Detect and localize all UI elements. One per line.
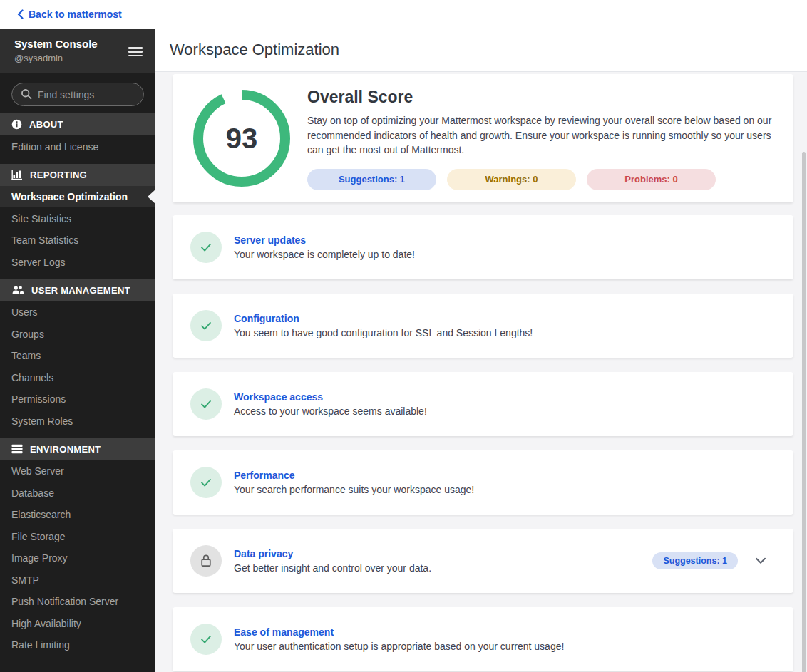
sidebar-item-label: Team Statistics xyxy=(11,234,78,246)
section-header-user-management: USER MANAGEMENT xyxy=(0,279,155,301)
menu-icon[interactable] xyxy=(128,47,143,56)
card-performance: PerformanceYour search performance suits… xyxy=(173,450,793,515)
sidebar-item-workspace-optimization[interactable]: Workspace Optimization xyxy=(0,186,155,208)
card-configuration: ConfigurationYou seem to have good confi… xyxy=(173,294,793,358)
section-label: REPORTING xyxy=(30,170,87,180)
sidebar-item-label: Permissions xyxy=(11,393,66,405)
sidebar-item-edition-and-license[interactable]: Edition and License xyxy=(0,135,155,157)
vertical-scrollbar[interactable] xyxy=(802,152,806,672)
score-value: 93 xyxy=(192,88,292,188)
card-title-link[interactable]: Performance xyxy=(234,470,474,481)
check-icon xyxy=(190,624,222,655)
sidebar-item-system-roles[interactable]: System Roles xyxy=(0,410,155,432)
sidebar-item-users[interactable]: Users xyxy=(0,301,155,324)
content-area: 93 Overall Score Stay on top of optimizi… xyxy=(155,72,807,672)
overall-score-description: Stay on top of optimizing your Mattermos… xyxy=(307,113,774,157)
back-chevron-icon xyxy=(17,9,24,19)
section-label: USER MANAGEMENT xyxy=(31,285,130,296)
card-description: Access to your workspace seems available… xyxy=(234,405,427,417)
sidebar-item-label: System Roles xyxy=(11,415,73,427)
section-header-reporting: REPORTING xyxy=(0,164,155,186)
sidebar-item-label: Rate Limiting xyxy=(11,639,70,651)
card-title-link[interactable]: Configuration xyxy=(234,313,533,324)
card-data-privacy[interactable]: Data privacyGet better insight and contr… xyxy=(173,529,793,593)
sidebar-item-image-proxy[interactable]: Image Proxy xyxy=(0,547,155,569)
overall-score-title: Overall Score xyxy=(307,88,774,107)
sidebar-item-database[interactable]: Database xyxy=(0,482,155,504)
back-link-label: Back to mattermost xyxy=(29,9,122,20)
suggestions-badge: Suggestions: 1 xyxy=(652,552,738,569)
card-ease-of-management: Ease of managementYour user authenticati… xyxy=(173,607,793,671)
sidebar-item-web-server[interactable]: Web Server xyxy=(0,460,155,482)
sidebar-item-label: Teams xyxy=(11,350,41,361)
sidebar-item-label: SMTP xyxy=(11,574,39,586)
sidebar-item-smtp[interactable]: SMTP xyxy=(0,569,155,591)
card-title-link[interactable]: Data privacy xyxy=(234,548,431,559)
sidebar-item-label: Site Statistics xyxy=(11,213,71,224)
sidebar-item-label: Database xyxy=(11,487,54,499)
check-icon xyxy=(190,310,222,341)
sidebar-item-label: Edition and License xyxy=(11,141,98,153)
sidebar-item-groups[interactable]: Groups xyxy=(0,323,155,345)
sidebar-item-label: Channels xyxy=(11,372,53,383)
top-bar: Back to mattermost xyxy=(0,0,807,29)
sidebar-item-rate-limiting[interactable]: Rate Limiting xyxy=(0,634,155,656)
section-header-environment: ENVIRONMENT xyxy=(0,438,155,460)
section-label: ENVIRONMENT xyxy=(30,444,101,455)
sidebar-item-teams[interactable]: Teams xyxy=(0,345,155,367)
sidebar-item-permissions[interactable]: Permissions xyxy=(0,388,155,410)
info-count-badge: Suggestions: 1 xyxy=(307,169,436,190)
selected-item-indicator xyxy=(148,190,155,204)
card-title-link[interactable]: Ease of management xyxy=(234,626,564,638)
sidebar-item-label: Elasticsearch xyxy=(11,509,71,520)
sidebar-item-label: High Availability xyxy=(11,618,81,629)
sidebar-item-label: Server Logs xyxy=(11,257,65,268)
sidebar-item-team-statistics[interactable]: Team Statistics xyxy=(0,229,155,252)
card-workspace-access: Workspace accessAccess to your workspace… xyxy=(173,372,793,436)
section-header-about: ABOUT xyxy=(0,113,155,135)
page-title: Workspace Optimization xyxy=(170,41,339,59)
card-description: Your search performance suits your works… xyxy=(234,484,474,495)
sidebar-item-site-statistics[interactable]: Site Statistics xyxy=(0,207,155,229)
console-title: System Console xyxy=(14,37,144,51)
sidebar-item-channels[interactable]: Channels xyxy=(0,366,155,388)
card-description: You seem to have good configuration for … xyxy=(234,327,533,338)
indicator-cards: Server updatesYour workspace is complete… xyxy=(173,215,793,671)
sidebar-item-label: Workspace Optimization xyxy=(11,191,128,202)
card-description: Your workspace is completely up to date! xyxy=(234,249,415,260)
info-icon xyxy=(11,119,22,130)
sidebar-item-label: Web Server xyxy=(11,465,64,477)
score-donut: 93 xyxy=(192,88,292,188)
warning-count-badge: Warnings: 0 xyxy=(447,169,576,190)
sidebar-item-label: Groups xyxy=(11,329,44,340)
back-to-mattermost-link[interactable]: Back to mattermost xyxy=(17,9,122,20)
sidebar-item-elasticsearch[interactable]: Elasticsearch xyxy=(0,504,155,526)
bar-chart-icon xyxy=(11,170,23,180)
sidebar-item-file-storage[interactable]: File Storage xyxy=(0,525,155,547)
section-label: ABOUT xyxy=(29,119,63,130)
sidebar-nav: ABOUTEdition and LicenseREPORTINGWorkspa… xyxy=(0,113,155,656)
overall-score-card: 93 Overall Score Stay on top of optimizi… xyxy=(173,74,793,202)
card-title-link[interactable]: Workspace access xyxy=(234,391,427,403)
card-description: Get better insight and control over your… xyxy=(234,562,431,574)
chevron-down-icon[interactable] xyxy=(755,557,766,564)
search-icon xyxy=(21,88,32,103)
sidebar-item-label: Users xyxy=(11,306,38,318)
sidebar-item-label: Push Notification Server xyxy=(11,596,118,607)
sidebar-item-label: Image Proxy xyxy=(11,552,68,564)
error-count-badge: Problems: 0 xyxy=(587,169,716,190)
check-icon xyxy=(190,467,222,498)
card-title-link[interactable]: Server updates xyxy=(234,234,415,246)
sidebar-item-server-logs[interactable]: Server Logs xyxy=(0,251,155,273)
users-icon xyxy=(11,285,24,295)
check-icon xyxy=(190,232,222,263)
sidebar-item-label: File Storage xyxy=(11,531,65,542)
environment-icon xyxy=(11,444,23,454)
sidebar-item-push-notification-server[interactable]: Push Notification Server xyxy=(0,591,155,613)
card-server-updates: Server updatesYour workspace is complete… xyxy=(173,215,793,279)
check-icon xyxy=(190,388,222,420)
card-description: Your user authentication setup is approp… xyxy=(234,641,564,652)
sidebar-item-high-availability[interactable]: High Availability xyxy=(0,612,155,634)
console-username: @sysadmin xyxy=(14,53,144,63)
sidebar-header: System Console @sysadmin xyxy=(0,29,155,73)
